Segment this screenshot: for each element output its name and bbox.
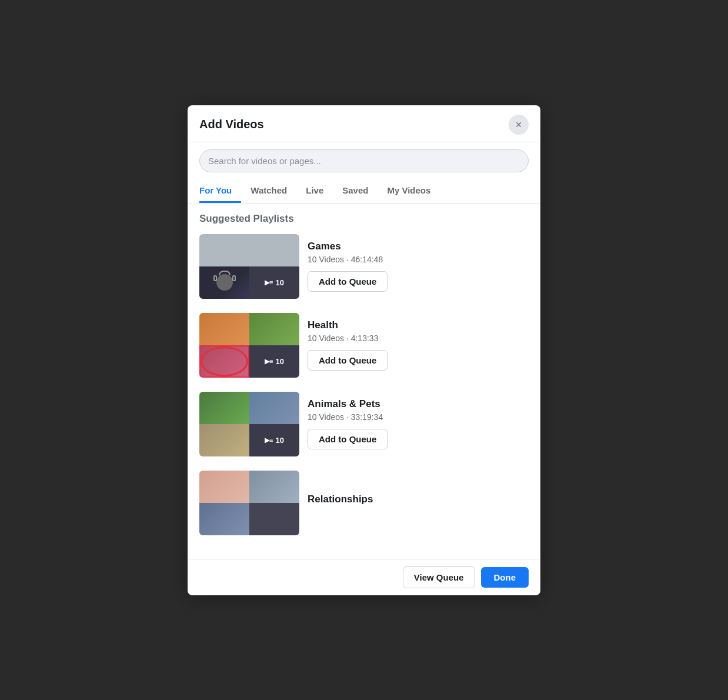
playlist-info-games: Games 10 Videos · 46:14:48 Add to Queue	[308, 241, 529, 292]
playlist-item-animals-pets: ▶≡ 10 Animals & Pets 10 Videos · 33:19:3…	[199, 392, 529, 456]
section-title: Suggested Playlists	[199, 213, 529, 225]
playlist-thumb-animals: ▶≡ 10	[199, 392, 299, 456]
playlist-name: Games	[308, 241, 529, 252]
thumb-cell	[199, 313, 249, 345]
thumb-cell	[249, 392, 299, 424]
playlist-thumb-relationships	[199, 471, 299, 535]
modal-body: Suggested Playlists	[188, 204, 540, 559]
add-videos-modal: Add Videos × For You Watched Live Saved …	[188, 105, 540, 595]
playlist-thumb-games: ▶≡ 10	[199, 234, 299, 299]
modal-header: Add Videos ×	[188, 105, 540, 142]
search-area	[188, 142, 540, 179]
playlist-item-games: ▶≡ 10 Games 10 Videos · 46:14:48 Add to …	[199, 234, 529, 299]
tab-for-you[interactable]: For You	[199, 179, 241, 203]
thumb-count-overlay: ▶≡ 10	[249, 424, 299, 456]
view-queue-button[interactable]: View Queue	[403, 566, 475, 588]
add-to-queue-button-animals[interactable]: Add to Queue	[308, 429, 388, 449]
playlist-meta: 10 Videos · 33:19:34	[308, 412, 529, 422]
done-button[interactable]: Done	[481, 567, 529, 588]
playlist-meta: 10 Videos · 46:14:48	[308, 255, 529, 264]
thumb-cell	[199, 424, 249, 456]
tab-live[interactable]: Live	[296, 179, 333, 203]
playlist-name: Animals & Pets	[308, 398, 529, 410]
close-button[interactable]: ×	[509, 115, 529, 135]
thumb-cell	[199, 234, 249, 266]
modal-footer: View Queue Done	[188, 559, 540, 595]
playlist-info-relationships: Relationships	[308, 494, 529, 512]
playlist-item-health: ▶≡ 10 Health 10 Videos · 4:13:33 Add to …	[199, 313, 529, 378]
add-to-queue-button-health[interactable]: Add to Queue	[308, 350, 388, 371]
playlist-info-animals: Animals & Pets 10 Videos · 33:19:34 Add …	[308, 398, 529, 449]
thumb-cell	[249, 313, 299, 345]
tab-saved[interactable]: Saved	[333, 179, 378, 203]
modal-title: Add Videos	[199, 118, 264, 131]
playlist-name: Health	[308, 319, 529, 331]
thumb-count-overlay: ▶≡ 10	[249, 345, 299, 378]
thumb-cell	[249, 471, 299, 503]
modal-overlay: Add Videos × For You Watched Live Saved …	[0, 0, 728, 700]
thumb-cell	[199, 345, 249, 378]
thumb-cell	[199, 266, 249, 299]
tab-watched[interactable]: Watched	[241, 179, 296, 203]
playlist-item-relationships: Relationships	[199, 471, 529, 535]
thumb-cell	[199, 503, 249, 535]
thumb-cell	[199, 392, 249, 424]
thumb-cell	[249, 234, 299, 266]
playlist-info-health: Health 10 Videos · 4:13:33 Add to Queue	[308, 319, 529, 371]
playlist-name: Relationships	[308, 494, 529, 505]
tab-my-videos[interactable]: My Videos	[378, 179, 440, 203]
thumb-cell	[199, 471, 249, 503]
add-to-queue-button-games[interactable]: Add to Queue	[308, 271, 388, 292]
search-input[interactable]	[199, 149, 529, 172]
playlist-thumb-health: ▶≡ 10	[199, 313, 299, 378]
playlist-meta: 10 Videos · 4:13:33	[308, 334, 529, 343]
thumb-count-overlay: ▶≡ 10	[249, 266, 299, 299]
tabs-bar: For You Watched Live Saved My Videos	[188, 179, 540, 204]
thumb-cell	[249, 503, 299, 535]
